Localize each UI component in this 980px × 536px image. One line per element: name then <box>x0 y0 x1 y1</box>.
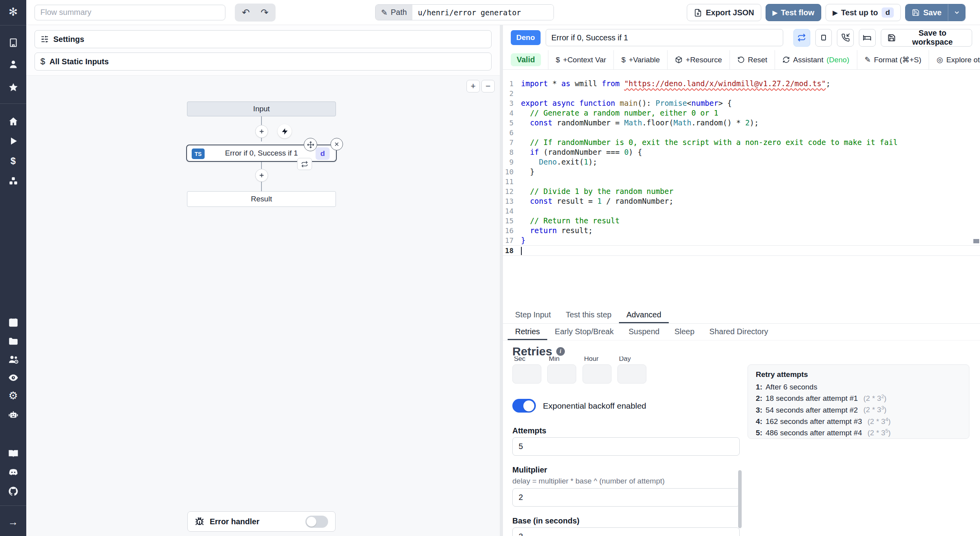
chevron-down-icon <box>953 9 960 16</box>
code-line[interactable]: 1import * as wmill from "https://deno.la… <box>503 79 980 89</box>
panel-splitter[interactable] <box>500 25 503 536</box>
groups-users-icon[interactable] <box>7 354 19 366</box>
code-line[interactable]: 17} <box>503 235 980 245</box>
test-up-to-button[interactable]: ▶ Test up to d <box>826 4 901 21</box>
trigger-bolt-button[interactable] <box>278 124 292 138</box>
workers-robot-icon[interactable] <box>7 409 19 420</box>
zoom-out-button[interactable]: − <box>481 80 495 92</box>
test-flow-button[interactable]: ▶ Test flow <box>766 4 822 21</box>
expand-arrow-icon[interactable]: → <box>7 516 19 528</box>
flow-node-result[interactable]: Result <box>187 191 336 207</box>
user-icon[interactable] <box>7 58 19 70</box>
add-context-var-button[interactable]: $ +Context Var <box>548 50 614 69</box>
zoom-in-button[interactable]: + <box>466 80 480 92</box>
reset-button[interactable]: Reset <box>730 50 775 69</box>
tab-step-input[interactable]: Step Input <box>508 307 558 323</box>
code-line[interactable]: 4 // Generate a random number, either 0 … <box>503 108 980 118</box>
tab-retries[interactable]: Retries <box>508 324 547 340</box>
code-line[interactable]: 10 } <box>503 167 980 177</box>
save-button[interactable]: Save <box>906 4 948 21</box>
settings-gear-icon[interactable]: ⚙ <box>7 390 19 402</box>
line-number: 12 <box>503 187 521 196</box>
explore-scripts-button[interactable]: ◎ Explore other s <box>929 50 980 69</box>
tab-early-stop-break[interactable]: Early Stop/Break <box>547 324 621 340</box>
day-input[interactable] <box>617 364 646 384</box>
early-stop-button[interactable] <box>815 29 832 47</box>
info-icon[interactable]: i <box>556 347 565 356</box>
variables-dollar-icon[interactable]: $ <box>7 155 19 167</box>
code-line[interactable]: 14 <box>503 206 980 216</box>
tab-advanced[interactable]: Advanced <box>619 307 669 323</box>
code-line[interactable]: 18 <box>503 245 980 256</box>
line-number: 7 <box>503 138 521 147</box>
flow-settings-button[interactable]: Settings <box>34 30 492 48</box>
assistant-button[interactable]: Assistant (Deno) <box>775 50 857 69</box>
code-line[interactable]: 6 <box>503 128 980 138</box>
tab-shared-directory[interactable]: Shared Directory <box>702 324 776 340</box>
retries-indicator-button[interactable] <box>793 29 810 47</box>
scrollbar-marker[interactable] <box>973 239 979 243</box>
add-step-button-top[interactable] <box>255 125 268 138</box>
workspace-building-icon[interactable] <box>7 37 19 49</box>
code-line[interactable]: 13 const result = 1 / randomNumber; <box>503 196 980 206</box>
tab-suspend[interactable]: Suspend <box>621 324 667 340</box>
tab-test-this-step[interactable]: Test this step <box>558 307 619 323</box>
code-line[interactable]: 8 if (randomNumber === 0) { <box>503 147 980 157</box>
export-json-button[interactable]: Export JSON <box>687 4 761 21</box>
runs-play-icon[interactable] <box>7 135 19 147</box>
audit-eye-icon[interactable] <box>7 372 19 384</box>
delete-step-button[interactable] <box>330 138 343 150</box>
hour-input[interactable] <box>583 364 612 384</box>
code-line[interactable]: 3export async function main(): Promise<n… <box>503 98 980 108</box>
add-variable-button[interactable]: $ +Variable <box>613 50 667 69</box>
sec-input[interactable] <box>512 364 541 384</box>
flow-node-input[interactable]: Input <box>187 101 336 116</box>
move-step-handle[interactable] <box>304 138 317 151</box>
resources-cubes-icon[interactable] <box>7 175 19 187</box>
base-input[interactable] <box>512 527 740 536</box>
tab-sleep[interactable]: Sleep <box>667 324 702 340</box>
discord-icon[interactable] <box>7 467 19 478</box>
line-number: 1 <box>503 79 521 89</box>
flow-canvas[interactable]: + − Input TS Error if 0, Success if 1 d <box>26 75 500 536</box>
schedules-calendar-icon[interactable] <box>7 317 19 328</box>
favorites-star-icon[interactable] <box>7 81 19 93</box>
save-to-workspace-button[interactable]: Save to workspace <box>881 29 972 47</box>
code-line[interactable]: 9 Deno.exit(1); <box>503 157 980 167</box>
home-icon[interactable] <box>7 116 19 127</box>
step-node-label: Error if 0, Success if 1 <box>225 149 298 158</box>
add-step-button-bottom[interactable] <box>255 169 268 182</box>
vertical-scrollbar[interactable] <box>738 470 742 528</box>
multiplier-input[interactable] <box>512 488 740 507</box>
code-line[interactable]: 15 // Return the result <box>503 216 980 226</box>
exponential-backoff-toggle[interactable] <box>512 399 536 413</box>
format-button[interactable]: ✎ Format (⌘+S) <box>857 50 929 69</box>
sleep-button[interactable] <box>859 29 876 47</box>
folders-icon[interactable] <box>7 335 19 347</box>
code-line[interactable]: 7 // If randomNumber is 0, exit the scri… <box>503 138 980 147</box>
code-line[interactable]: 11 <box>503 177 980 187</box>
github-icon[interactable] <box>7 485 19 497</box>
flow-summary-input[interactable] <box>34 5 225 20</box>
code-line[interactable]: 12 // Divide 1 by the random number <box>503 187 980 196</box>
code-line[interactable]: 5 const randomNumber = Math.floor(Math.r… <box>503 118 980 128</box>
windmill-logo-icon[interactable]: ✻ <box>7 6 19 18</box>
undo-button[interactable]: ↶ <box>237 5 254 20</box>
docs-book-icon[interactable] <box>7 448 19 460</box>
code-line[interactable]: 2 <box>503 89 980 98</box>
suspend-button[interactable] <box>837 29 854 47</box>
code-editor[interactable]: 1import * as wmill from "https://deno.la… <box>503 70 980 307</box>
step-retry-indicator[interactable] <box>297 158 312 170</box>
add-resource-button[interactable]: +Resource <box>667 50 729 69</box>
error-handler-toggle[interactable] <box>305 516 328 528</box>
min-input[interactable] <box>547 364 576 384</box>
step-name-input[interactable] <box>546 29 783 46</box>
code-line[interactable]: 16 return result; <box>503 226 980 235</box>
attempts-input[interactable] <box>512 437 740 456</box>
save-dropdown-caret[interactable] <box>948 4 965 21</box>
redo-button[interactable]: ↷ <box>256 5 273 20</box>
save-icon <box>887 34 896 42</box>
path-chip[interactable]: ✎ Path <box>376 5 412 20</box>
path-input[interactable] <box>412 5 554 20</box>
all-static-inputs-button[interactable]: $ All Static Inputs <box>34 53 492 71</box>
